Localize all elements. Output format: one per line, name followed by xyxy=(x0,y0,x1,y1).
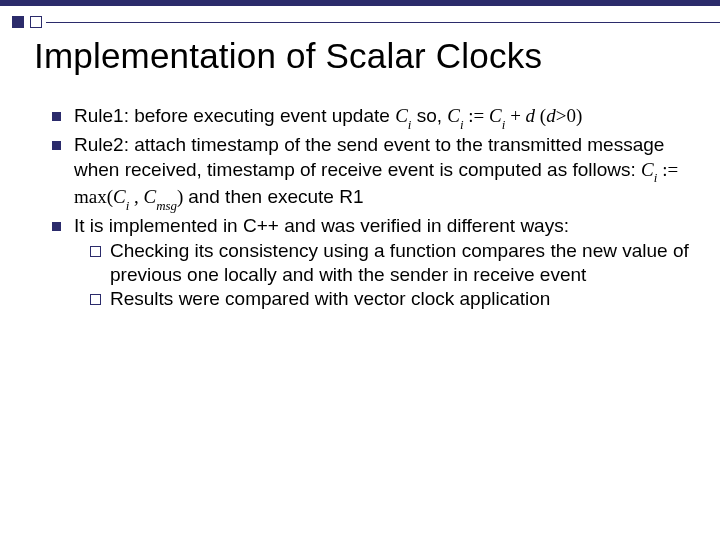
slide-top-decoration xyxy=(0,0,720,18)
comma: , xyxy=(129,186,143,207)
square-outline-icon xyxy=(30,16,42,28)
var-c: C xyxy=(144,186,157,207)
sub-i: i xyxy=(654,170,658,185)
bullet-item: It is implemented in C++ and was verifie… xyxy=(52,214,690,311)
sub-msg: msg xyxy=(156,198,177,213)
var-c: C xyxy=(113,186,126,207)
bullet-item: Rule1: before executing event update Ci … xyxy=(52,104,690,131)
square-filled-icon xyxy=(12,16,24,28)
text: Checking its consistency using a functio… xyxy=(110,240,689,285)
sub-i: i xyxy=(502,117,506,132)
var-c: C xyxy=(489,105,502,126)
text: so, xyxy=(411,105,447,126)
gt0: >0) xyxy=(556,105,583,126)
text: Rule1: before executing event update xyxy=(74,105,395,126)
bullet-item: Rule2: attach timestamp of the send even… xyxy=(52,133,690,212)
bullet-list: Rule1: before executing event update Ci … xyxy=(34,104,690,312)
divider-line xyxy=(46,22,720,23)
text: Rule2: attach timestamp of the send even… xyxy=(74,134,664,179)
text: It is implemented in C++ and was verifie… xyxy=(74,215,569,236)
assign-op: := xyxy=(464,105,490,126)
sub-bullet-list: Checking its consistency using a functio… xyxy=(74,239,690,312)
sub-bullet-item: Results were compared with vector clock … xyxy=(90,287,690,311)
text: Results were compared with vector clock … xyxy=(110,288,550,309)
slide-title: Implementation of Scalar Clocks xyxy=(34,36,690,76)
var-c: C xyxy=(641,159,654,180)
sub-i: i xyxy=(126,198,130,213)
slide-body: Implementation of Scalar Clocks Rule1: b… xyxy=(34,36,690,314)
sub-i: i xyxy=(408,117,412,132)
close-paren: ) xyxy=(177,186,188,207)
paren: ( xyxy=(535,105,546,126)
var-c: C xyxy=(395,105,408,126)
sub-i: i xyxy=(460,117,464,132)
var-d: d xyxy=(526,105,536,126)
sub-bullet-item: Checking its consistency using a functio… xyxy=(90,239,690,288)
var-c: C xyxy=(447,105,460,126)
text: and then execute R1 xyxy=(188,186,363,207)
var-d: d xyxy=(546,105,556,126)
plus-op: + xyxy=(505,105,525,126)
